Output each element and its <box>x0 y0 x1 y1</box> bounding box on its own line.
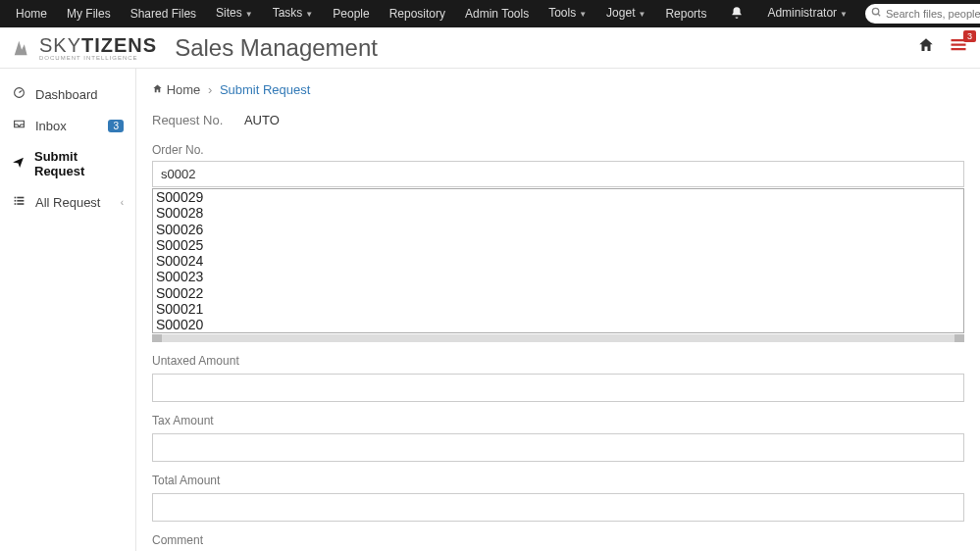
svg-line-1 <box>878 14 880 16</box>
svg-rect-9 <box>17 200 24 202</box>
sidebar-badge: 3 <box>108 120 124 132</box>
send-icon <box>12 156 25 172</box>
svg-rect-6 <box>14 197 16 199</box>
breadcrumb-current: Submit Request <box>220 82 311 97</box>
nav-tools[interactable]: Tools▼ <box>539 0 596 28</box>
order-no-label: Order No. <box>152 143 964 157</box>
order-no-dropdown: S00029S00028S00026S00025S00024S00023S000… <box>152 188 964 333</box>
order-option[interactable]: S00023 <box>153 269 963 284</box>
comment-label: Comment <box>152 533 964 547</box>
page-title: Sales Management <box>175 34 378 62</box>
svg-rect-7 <box>17 197 24 199</box>
order-no-input[interactable] <box>152 161 964 187</box>
sidebar-item-label: Submit Request <box>34 149 124 178</box>
tax-amount-label: Tax Amount <box>152 414 964 427</box>
order-option[interactable]: S00022 <box>153 285 963 301</box>
svg-rect-4 <box>952 48 966 50</box>
home-icon-small[interactable] <box>152 82 167 97</box>
breadcrumb-home[interactable]: Home <box>167 82 201 97</box>
sidebar-item-label: All Request <box>35 195 100 210</box>
svg-rect-3 <box>952 44 966 46</box>
total-amount-input[interactable] <box>152 493 964 522</box>
nav-joget[interactable]: Joget▼ <box>596 0 655 28</box>
tasks-badge: 3 <box>963 30 976 42</box>
svg-rect-8 <box>14 200 16 202</box>
nav-my-files[interactable]: My Files <box>57 0 121 27</box>
search-input[interactable] <box>886 8 980 20</box>
order-option[interactable]: S00020 <box>153 317 963 332</box>
user-menu[interactable]: Administrator▼ <box>757 0 857 28</box>
inbox-icon <box>12 118 26 133</box>
svg-rect-10 <box>14 203 16 205</box>
svg-point-0 <box>872 8 878 14</box>
request-number-row: Request No. AUTO <box>152 113 964 127</box>
list-icon <box>12 194 26 210</box>
sidebar-item-label: Inbox <box>35 119 67 133</box>
chevron-right-icon: › <box>208 82 212 97</box>
top-navbar: HomeMy FilesShared FilesSites▼Tasks▼Peop… <box>0 0 980 27</box>
dashboard-icon <box>12 86 26 102</box>
nav-people[interactable]: People <box>323 0 379 27</box>
sidebar-item-submit-request[interactable]: Submit Request <box>0 141 135 186</box>
order-option[interactable]: S00025 <box>153 237 963 253</box>
sidebar: DashboardInbox3Submit RequestAll Request… <box>0 69 136 551</box>
order-option[interactable]: S00029 <box>153 189 963 205</box>
tasks-icon[interactable]: 3 <box>949 36 968 59</box>
tax-amount-input[interactable] <box>152 433 964 462</box>
request-no-value: AUTO <box>244 113 280 127</box>
order-option[interactable]: S00024 <box>153 253 963 269</box>
sidebar-item-inbox[interactable]: Inbox3 <box>0 110 135 141</box>
logo-mark-icon <box>12 37 33 59</box>
untaxed-amount-label: Untaxed Amount <box>152 354 964 368</box>
untaxed-amount-input[interactable] <box>152 374 964 402</box>
global-search[interactable]: ✕ <box>865 4 980 24</box>
sidebar-item-all-request[interactable]: All Request‹ <box>0 186 135 218</box>
request-no-label: Request No. <box>152 113 223 127</box>
page-header: SKYTIZENS DOCUMENT INTELLIGENCE Sales Ma… <box>0 27 980 69</box>
svg-rect-11 <box>17 203 24 205</box>
brand-logo[interactable]: SKYTIZENS DOCUMENT INTELLIGENCE <box>12 34 157 61</box>
main-content: Home › Submit Request Request No. AUTO O… <box>136 69 980 551</box>
nav-tasks[interactable]: Tasks▼ <box>263 0 324 28</box>
order-option[interactable]: S00028 <box>153 205 963 221</box>
total-amount-label: Total Amount <box>152 474 964 487</box>
search-icon <box>871 7 882 21</box>
breadcrumb: Home › Submit Request <box>152 82 964 97</box>
order-no-combobox[interactable]: S00029S00028S00026S00025S00024S00023S000… <box>152 161 964 187</box>
nav-sites[interactable]: Sites▼ <box>206 0 263 28</box>
home-icon[interactable] <box>917 36 935 59</box>
dropdown-scrollbar[interactable] <box>152 334 964 342</box>
order-option[interactable]: S00021 <box>153 301 963 317</box>
nav-home[interactable]: Home <box>6 0 57 27</box>
nav-admin-tools[interactable]: Admin Tools <box>455 0 539 27</box>
sidebar-item-label: Dashboard <box>35 87 98 102</box>
nav-shared-files[interactable]: Shared Files <box>121 0 206 27</box>
order-option[interactable]: S00026 <box>153 222 963 237</box>
chevron-left-icon: ‹ <box>121 197 124 208</box>
notifications-icon[interactable] <box>716 6 757 23</box>
nav-reports[interactable]: Reports <box>655 0 716 27</box>
nav-repository[interactable]: Repository <box>380 0 455 27</box>
sidebar-item-dashboard[interactable]: Dashboard <box>0 78 135 110</box>
